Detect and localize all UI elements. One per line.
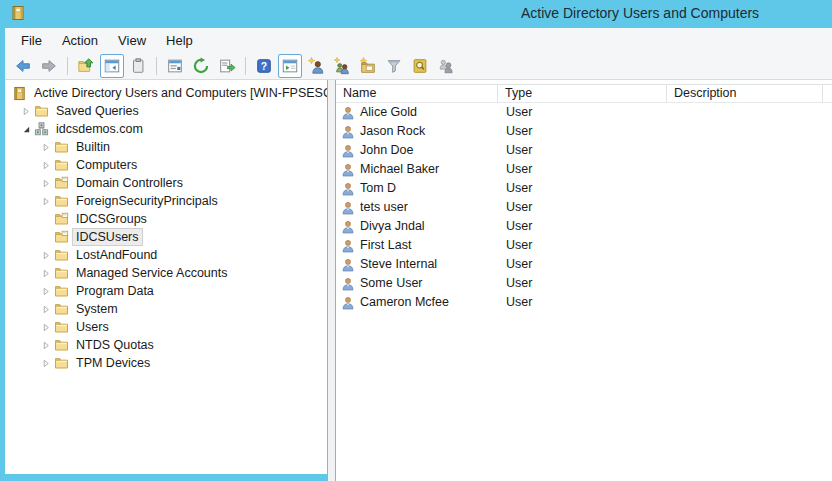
tree-item-label: idcsdemos.com	[52, 120, 147, 138]
column-header-type[interactable]: Type	[498, 85, 667, 102]
tree-root[interactable]: Active Directory Users and Computers [WI…	[5, 84, 327, 102]
action-pane-icon	[281, 57, 299, 75]
list-cell-name: Cameron Mcfee	[336, 293, 498, 312]
title-bar[interactable]: Active Directory Users and Computers	[0, 0, 832, 28]
show-action-pane-toggle[interactable]	[278, 54, 302, 78]
list-row-michael-baker[interactable]: Michael BakerUser	[336, 160, 832, 179]
expand-arrow-icon[interactable]	[40, 177, 52, 189]
tree-item-label: Program Data	[72, 282, 158, 300]
folder-icon	[54, 140, 69, 154]
forward-button[interactable]	[37, 54, 61, 78]
new-user-button[interactable]	[304, 54, 328, 78]
menu-file[interactable]: File	[11, 30, 52, 51]
list-cell-type: User	[498, 103, 667, 122]
list-cell-type: User	[498, 179, 667, 198]
tree-item-idcsdemos-com[interactable]: idcsdemos.com	[5, 120, 327, 138]
tree-item-builtin[interactable]: Builtin	[5, 138, 327, 156]
tree-item-idcsgroups[interactable]: IDCSGroups	[5, 210, 327, 228]
tree-item-system[interactable]: System	[5, 300, 327, 318]
change-domain-button[interactable]	[434, 54, 458, 78]
menu-action[interactable]: Action	[52, 30, 108, 51]
toolbar-separator	[67, 57, 68, 75]
list-cell-description	[667, 236, 823, 255]
tree-item-label: Saved Queries	[52, 102, 143, 120]
list-cell-type: User	[498, 293, 667, 312]
list-row-alice-gold[interactable]: Alice GoldUser	[336, 103, 832, 122]
tree-item-saved-queries[interactable]: Saved Queries	[5, 102, 327, 120]
list-row-steve-internal[interactable]: Steve InternalUser	[336, 255, 832, 274]
tree-item-idcsusers[interactable]: IDCSUsers	[5, 228, 327, 246]
list-cell-description	[667, 274, 823, 293]
list-row-tets-user[interactable]: tets userUser	[336, 198, 832, 217]
list-row-divya-jndal[interactable]: Divya JndalUser	[336, 217, 832, 236]
expand-arrow-icon[interactable]	[40, 141, 52, 153]
tree-item-users[interactable]: Users	[5, 318, 327, 336]
expand-arrow-icon[interactable]	[40, 357, 52, 369]
tree-item-domain-controllers[interactable]: Domain Controllers	[5, 174, 327, 192]
tree-item-label: NTDS Quotas	[72, 336, 158, 354]
menu-bar: FileActionViewHelp	[5, 28, 832, 52]
collapse-arrow-icon[interactable]	[20, 123, 32, 135]
folder-icon	[54, 320, 69, 334]
tree-item-program-data[interactable]: Program Data	[5, 282, 327, 300]
column-header-description[interactable]: Description	[667, 85, 823, 102]
list-cell-name: Michael Baker	[336, 160, 498, 179]
tree-item-tpm-devices[interactable]: TPM Devices	[5, 354, 327, 372]
show-console-tree-toggle[interactable]	[100, 54, 124, 78]
expand-arrow-icon[interactable]	[40, 321, 52, 333]
folder-icon	[54, 356, 69, 370]
list-row-john-doe[interactable]: John DoeUser	[336, 141, 832, 160]
up-one-level-button[interactable]	[74, 54, 98, 78]
tree-item-ntds-quotas[interactable]: NTDS Quotas	[5, 336, 327, 354]
tree-item-computers[interactable]: Computers	[5, 156, 327, 174]
folder-icon	[54, 284, 69, 298]
tree-item-foreignsecurityprincipals[interactable]: ForeignSecurityPrincipals	[5, 192, 327, 210]
no-expand-spacer	[40, 231, 52, 243]
expand-arrow-icon[interactable]	[40, 339, 52, 351]
help-button[interactable]: ?	[252, 54, 276, 78]
list-row-cameron-mcfee[interactable]: Cameron McfeeUser	[336, 293, 832, 312]
pane-splitter[interactable]	[327, 80, 336, 481]
expand-arrow-icon[interactable]	[20, 105, 32, 117]
list-cell-name: John Doe	[336, 141, 498, 160]
console-tree-icon	[103, 57, 121, 75]
list-cell-description	[667, 141, 823, 160]
column-header-name[interactable]: Name	[336, 85, 498, 102]
back-button[interactable]	[11, 54, 35, 78]
tree-item-label: Builtin	[72, 138, 114, 156]
new-group-button[interactable]	[330, 54, 354, 78]
tree-item-lostandfound[interactable]: LostAndFound	[5, 246, 327, 264]
expand-arrow-icon[interactable]	[40, 285, 52, 297]
refresh-button[interactable]	[189, 54, 213, 78]
expand-arrow-icon[interactable]	[40, 267, 52, 279]
user-name: First Last	[360, 236, 411, 255]
new-ou-button[interactable]	[356, 54, 380, 78]
user-icon	[341, 163, 355, 177]
user-icon	[341, 144, 355, 158]
export-list-button[interactable]	[215, 54, 239, 78]
expand-arrow-icon[interactable]	[40, 159, 52, 171]
folder-icon	[34, 104, 49, 118]
list-cell-description	[667, 293, 823, 312]
tree-root-label: Active Directory Users and Computers [WI…	[30, 84, 327, 102]
menu-help[interactable]: Help	[156, 30, 203, 51]
list-row-tom-d[interactable]: Tom DUser	[336, 179, 832, 198]
list-cell-filler	[823, 122, 832, 141]
expand-arrow-icon[interactable]	[40, 249, 52, 261]
list-row-some-user[interactable]: Some UserUser	[336, 274, 832, 293]
help-icon: ?	[255, 57, 273, 75]
tree-item-label: TPM Devices	[72, 354, 154, 372]
list-cell-name: Tom D	[336, 179, 498, 198]
menu-view[interactable]: View	[108, 30, 156, 51]
list-row-first-last[interactable]: First LastUser	[336, 236, 832, 255]
clipboard-button[interactable]	[126, 54, 150, 78]
find-button[interactable]	[408, 54, 432, 78]
tree-item-label: System	[72, 300, 122, 318]
tree-item-managed-service-accounts[interactable]: Managed Service Accounts	[5, 264, 327, 282]
filter-button[interactable]	[382, 54, 406, 78]
properties-button[interactable]	[163, 54, 187, 78]
list-row-jason-rock[interactable]: Jason RockUser	[336, 122, 832, 141]
user-icon	[341, 258, 355, 272]
expand-arrow-icon[interactable]	[40, 195, 52, 207]
expand-arrow-icon[interactable]	[40, 303, 52, 315]
